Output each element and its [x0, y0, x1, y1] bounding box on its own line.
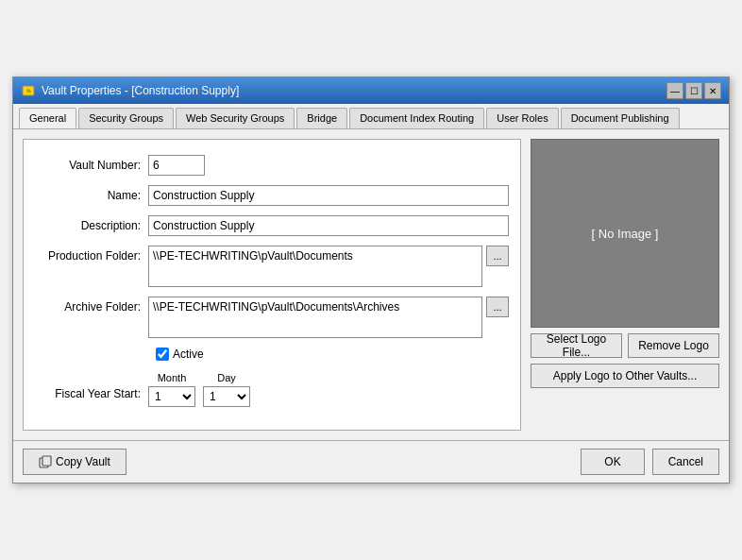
active-label-text: Active: [173, 348, 204, 361]
right-panel: [ No Image ] Select Logo File... Remove …: [531, 139, 719, 431]
name-input[interactable]: [148, 185, 509, 206]
main-content: Vault Number: Name: Description: Product…: [13, 129, 729, 440]
active-row: Active: [35, 348, 509, 361]
production-folder-label: Production Folder:: [35, 246, 148, 263]
fiscal-year-label: Fiscal Year Start:: [35, 372, 148, 400]
tab-document-index-routing[interactable]: Document Index Routing: [349, 108, 484, 128]
minimize-button[interactable]: —: [666, 82, 683, 99]
production-folder-input[interactable]: [148, 246, 482, 287]
copy-icon: [39, 455, 52, 468]
ok-button[interactable]: OK: [581, 449, 644, 475]
tab-document-publishing[interactable]: Document Publishing: [561, 108, 680, 128]
archive-folder-label: Archive Folder:: [35, 297, 148, 314]
fiscal-year-row: Fiscal Year Start: Month 1 2 3 4 5 6 7 8: [35, 372, 509, 407]
production-folder-browse-button[interactable]: ...: [486, 246, 509, 266]
tab-web-security-groups[interactable]: Web Security Groups: [176, 108, 295, 128]
active-checkbox[interactable]: [156, 348, 169, 361]
vault-number-label: Vault Number:: [35, 159, 148, 172]
left-panel: Vault Number: Name: Description: Product…: [23, 139, 521, 431]
logo-preview: [ No Image ]: [531, 139, 719, 328]
description-label: Description:: [35, 219, 148, 232]
title-bar-left: Vault Properties - [Construction Supply]: [21, 83, 239, 98]
month-col: Month 1 2 3 4 5 6 7 8 9 10 11: [148, 372, 195, 407]
title-bar: Vault Properties - [Construction Supply]…: [13, 77, 729, 104]
name-label: Name:: [35, 189, 148, 202]
maximize-button[interactable]: ☐: [685, 82, 702, 99]
title-buttons: — ☐ ✕: [666, 82, 721, 99]
logo-btn-row: Select Logo File... Remove Logo: [531, 333, 719, 358]
copy-vault-label: Copy Vault: [56, 455, 110, 468]
main-window: Vault Properties - [Construction Supply]…: [12, 76, 730, 484]
description-input[interactable]: [148, 215, 509, 236]
svg-rect-2: [27, 91, 31, 93]
name-row: Name:: [35, 185, 509, 206]
tab-bridge[interactable]: Bridge: [296, 108, 347, 128]
apply-logo-button[interactable]: Apply Logo to Other Vaults...: [531, 364, 719, 388]
archive-folder-row: Archive Folder: ...: [35, 297, 509, 338]
footer: Copy Vault OK Cancel: [13, 440, 729, 483]
tab-security-groups[interactable]: Security Groups: [78, 108, 174, 128]
svg-rect-4: [42, 456, 51, 466]
day-col: Day 1 2 3: [203, 372, 250, 407]
day-label: Day: [217, 372, 236, 383]
footer-left: Copy Vault: [23, 449, 126, 475]
day-select[interactable]: 1 2 3: [203, 386, 250, 407]
select-logo-button[interactable]: Select Logo File...: [531, 333, 622, 358]
production-folder-row: Production Folder: ...: [35, 246, 509, 287]
no-image-text: [ No Image ]: [592, 227, 659, 241]
tab-general[interactable]: General: [19, 108, 76, 128]
vault-number-input[interactable]: [148, 155, 205, 176]
tab-user-roles[interactable]: User Roles: [486, 108, 558, 128]
vault-number-row: Vault Number:: [35, 155, 509, 176]
archive-folder-browse-button[interactable]: ...: [486, 297, 509, 317]
close-button[interactable]: ✕: [704, 82, 721, 99]
cancel-button[interactable]: Cancel: [652, 449, 719, 475]
footer-right: OK Cancel: [581, 449, 719, 475]
window-title: Vault Properties - [Construction Supply]: [42, 84, 239, 97]
archive-folder-input[interactable]: [148, 297, 482, 338]
description-row: Description:: [35, 215, 509, 236]
tabs-bar: General Security Groups Web Security Gro…: [13, 104, 729, 129]
archive-folder-wrap: ...: [148, 297, 509, 338]
active-checkbox-label[interactable]: Active: [156, 348, 204, 361]
production-folder-wrap: ...: [148, 246, 509, 287]
vault-icon: [21, 83, 36, 98]
fiscal-cols: Month 1 2 3 4 5 6 7 8 9 10 11: [148, 372, 250, 407]
copy-vault-button[interactable]: Copy Vault: [23, 449, 126, 475]
month-label: Month: [158, 372, 187, 383]
remove-logo-button[interactable]: Remove Logo: [628, 333, 719, 358]
month-select[interactable]: 1 2 3 4 5 6 7 8 9 10 11 12: [148, 386, 195, 407]
